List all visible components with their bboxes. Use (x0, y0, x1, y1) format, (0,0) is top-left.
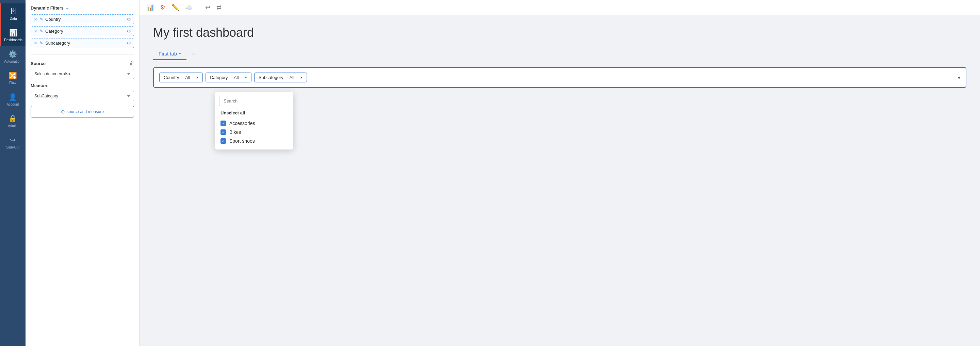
dropdown-item-accessories[interactable]: Accessories (219, 119, 289, 128)
sidebar-item-automation[interactable]: ⚙️ Automation (0, 46, 25, 67)
sidebar-label-account: Account (6, 102, 19, 106)
sidebar-label-admin: Admin (8, 124, 18, 128)
plus-circle-icon: ⊕ (61, 109, 65, 115)
sidebar-item-dashboards[interactable]: 📊 Dashboards (0, 24, 25, 46)
left-panel: Dynamic Filters + ✕ ✎ Country ⚙ ✕ ✎ Cate… (25, 0, 140, 346)
main-content: 📊 ⚙ ✏️ ☁️ ↩ ⇄ My first dashboard First t… (140, 0, 980, 346)
dropdown-search-input[interactable] (219, 96, 289, 106)
sidebar-item-flow[interactable]: 🔀 Flow (0, 67, 25, 89)
country-filter-name: Country (164, 75, 179, 80)
filter-pill-country[interactable]: Country -- All -- ▾ (159, 73, 203, 83)
category-filter-name: Category (210, 75, 228, 80)
source-header: Source 🗑 (30, 61, 134, 66)
sidebar-item-account[interactable]: 👤 Account (0, 89, 25, 110)
subcategory-filter-name: Subcategory (259, 75, 283, 80)
tab-first[interactable]: First tab ▾ (153, 48, 186, 60)
dropdown-label-sport-shoes: Sport shoes (229, 138, 255, 144)
measure-select[interactable]: SubCategory (30, 91, 134, 101)
toolbar-separator (199, 3, 199, 11)
tab-chevron-icon: ▾ (179, 51, 181, 56)
category-filter-value: -- All -- (230, 75, 243, 80)
subcategory-chevron-icon: ▾ (301, 75, 302, 80)
trash-button[interactable]: 🗑 (129, 61, 134, 66)
tab-first-label: First tab (159, 51, 177, 57)
flow-icon: 🔀 (8, 72, 17, 80)
category-dropdown: Unselect all Accessories Bikes Sport sho… (215, 92, 293, 150)
gear-subcategory-button[interactable]: ⚙ (127, 40, 131, 46)
tabs-bar: First tab ▾ + (153, 48, 966, 60)
sidebar-item-signout[interactable]: ↪ Sign-Out (0, 132, 25, 153)
chart-icon[interactable]: 📊 (146, 4, 154, 11)
edit-country-button[interactable]: ✎ (40, 17, 43, 22)
add-filter-button[interactable]: + (66, 5, 69, 11)
country-filter-value: -- All -- (181, 75, 194, 80)
dropdown-item-bikes[interactable]: Bikes (219, 128, 289, 137)
filter-pill-subcategory[interactable]: Subcategory -- All -- ▾ (254, 73, 307, 83)
dashboard-title: My first dashboard (153, 26, 966, 40)
account-icon: 👤 (8, 93, 17, 101)
automation-icon: ⚙️ (8, 50, 17, 58)
filter-item-category: ✕ ✎ Category ⚙ (30, 26, 134, 36)
sidebar-item-admin[interactable]: 🔒 Admin (0, 110, 25, 132)
edit-category-button[interactable]: ✎ (40, 29, 43, 34)
dynamic-filters-header: Dynamic Filters + (30, 5, 134, 11)
toolbar: 📊 ⚙ ✏️ ☁️ ↩ ⇄ (140, 0, 980, 15)
filter-name-category: Category (45, 29, 127, 34)
filter-name-country: Country (45, 17, 127, 22)
gear-category-button[interactable]: ⚙ (127, 29, 131, 34)
admin-icon: 🔒 (8, 115, 17, 123)
sidebar: 🗄 Data 📊 Dashboards ⚙️ Automation 🔀 Flow… (0, 0, 25, 346)
sidebar-label-flow: Flow (9, 81, 16, 85)
remove-country-button[interactable]: ✕ (34, 17, 37, 22)
edit-icon[interactable]: ✏️ (172, 4, 179, 11)
sidebar-label-automation: Automation (4, 60, 21, 63)
unselect-all-button[interactable]: Unselect all (219, 110, 289, 116)
add-tab-button[interactable]: + (190, 50, 198, 58)
cloud-icon[interactable]: ☁️ (185, 4, 192, 11)
measure-label: Measure (30, 83, 134, 88)
dropdown-item-sport-shoes[interactable]: Sport shoes (219, 137, 289, 145)
signout-icon: ↪ (10, 136, 16, 144)
section-divider (30, 54, 134, 54)
dynamic-filters-title: Dynamic Filters (30, 5, 64, 11)
sidebar-item-data[interactable]: 🗄 Data (0, 3, 25, 24)
dashboard-area: My first dashboard First tab ▾ + Country… (140, 15, 980, 346)
edit-subcategory-button[interactable]: ✎ (40, 40, 43, 46)
undo-icon[interactable]: ↩ (205, 4, 210, 11)
source-select[interactable]: Sales-demo-en.xlsx (30, 69, 134, 79)
remove-subcategory-button[interactable]: ✕ (34, 40, 37, 46)
filter-bar: Country -- All -- ▾ Category -- All -- ▾… (153, 67, 966, 88)
data-icon: 🗄 (10, 8, 17, 15)
sidebar-label-signout: Sign-Out (6, 145, 19, 149)
filter-item-country: ✕ ✎ Country ⚙ (30, 14, 134, 24)
add-source-button[interactable]: ⊕ source and measure (30, 106, 134, 118)
filter-item-subcategory: ✕ ✎ Subcategory ⚙ (30, 38, 134, 48)
dropdown-label-accessories: Accessories (229, 121, 255, 126)
sidebar-label-data: Data (10, 17, 17, 21)
checkbox-accessories[interactable] (221, 121, 226, 126)
settings-icon[interactable]: ⚙ (160, 4, 165, 11)
checkbox-sport-shoes[interactable] (221, 138, 226, 144)
subcategory-filter-value: -- All -- (285, 75, 298, 80)
filter-name-subcategory: Subcategory (45, 40, 127, 46)
source-label: Source (30, 61, 46, 66)
add-source-label: source and measure (67, 109, 104, 114)
filter-bar-expand-icon[interactable]: ▾ (958, 75, 960, 80)
country-chevron-icon: ▾ (196, 75, 198, 80)
dashboards-icon: 📊 (9, 29, 18, 37)
category-chevron-icon: ▾ (245, 75, 247, 80)
dropdown-label-bikes: Bikes (229, 129, 241, 135)
source-section: Source 🗑 Sales-demo-en.xlsx Measure SubC… (30, 61, 134, 101)
checkbox-bikes[interactable] (221, 129, 226, 135)
remove-category-button[interactable]: ✕ (34, 29, 37, 34)
gear-country-button[interactable]: ⚙ (127, 17, 131, 22)
filter-pill-category[interactable]: Category -- All -- ▾ (205, 73, 251, 83)
transfer-icon[interactable]: ⇄ (216, 4, 221, 11)
sidebar-label-dashboards: Dashboards (4, 38, 22, 42)
